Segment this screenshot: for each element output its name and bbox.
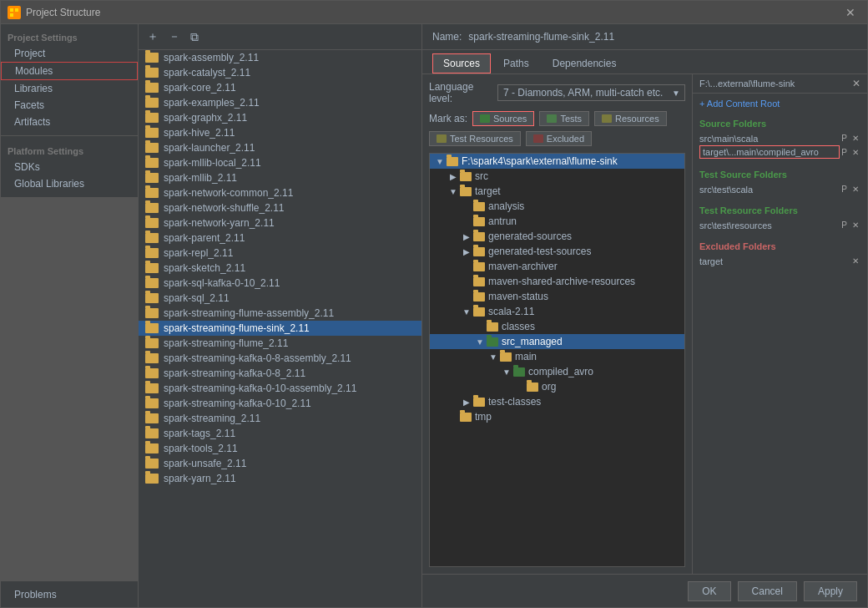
tree-toggle[interactable]: ▼ bbox=[500, 365, 513, 378]
module-item[interactable]: spark-launcher_2.11 bbox=[139, 140, 421, 155]
module-list-scroll[interactable]: spark-assembly_2.11 spark-catalyst_2.11 … bbox=[139, 50, 421, 607]
tree-toggle[interactable]: ▶ bbox=[460, 245, 473, 258]
project-settings-label: Project Settings bbox=[1, 28, 138, 45]
add-module-button[interactable]: ＋ bbox=[144, 28, 162, 46]
module-item[interactable]: spark-graphx_2.11 bbox=[139, 110, 421, 125]
excluded-folder-remove-icon[interactable]: ✕ bbox=[850, 256, 860, 266]
cancel-button[interactable]: Cancel bbox=[738, 581, 797, 601]
sidebar-item-problems[interactable]: Problems bbox=[1, 586, 138, 607]
module-item[interactable]: spark-network-yarn_2.11 bbox=[139, 215, 421, 231]
module-item[interactable]: spark-network-shuffle_2.11 bbox=[139, 200, 421, 215]
tree-item-generated-sources[interactable]: ▶ generated-sources bbox=[430, 229, 684, 244]
tree-item-org[interactable]: org bbox=[430, 379, 684, 394]
module-item[interactable]: spark-parent_2.11 bbox=[139, 231, 421, 246]
module-item[interactable]: spark-sql-kafka-0-10_2.11 bbox=[139, 276, 421, 291]
module-item[interactable]: spark-hive_2.11 bbox=[139, 125, 421, 140]
tree-item-maven-archiver[interactable]: maven-archiver bbox=[430, 259, 684, 274]
source-folder-edit-icon[interactable]: P bbox=[840, 147, 849, 158]
sidebar-item-project[interactable]: Project bbox=[1, 45, 138, 62]
sidebar-item-libraries[interactable]: Libraries bbox=[1, 80, 138, 97]
tab-dependencies[interactable]: Dependencies bbox=[542, 53, 628, 73]
sidebar: Project Settings Project Modules Librari… bbox=[1, 24, 139, 607]
tree-item-tmp[interactable]: tmp bbox=[430, 409, 684, 424]
tree-item-maven-status[interactable]: maven-status bbox=[430, 289, 684, 304]
source-folder-remove-icon[interactable]: ✕ bbox=[850, 147, 860, 158]
tree-toggle[interactable]: ▶ bbox=[460, 230, 473, 243]
module-item[interactable]: spark-streaming-kafka-0-8-assembly_2.11 bbox=[139, 351, 421, 366]
sidebar-item-artifacts[interactable]: Artifacts bbox=[1, 114, 138, 130]
test-resource-folder-edit-icon[interactable]: P bbox=[840, 220, 849, 231]
close-button[interactable]: ✕ bbox=[840, 4, 860, 21]
tree-toggle[interactable]: ▶ bbox=[447, 170, 460, 183]
tree-item-antrun[interactable]: antrun bbox=[430, 214, 684, 229]
mark-as-resources-button[interactable]: Resources bbox=[594, 111, 667, 126]
tree-item-classes[interactable]: classes bbox=[430, 319, 684, 334]
sidebar-item-sdks[interactable]: SDKs bbox=[1, 159, 138, 175]
tree-item-scala[interactable]: ▼ scala-2.11 bbox=[430, 304, 684, 319]
tree-toggle bbox=[460, 215, 473, 228]
language-level-select[interactable]: 7 - Diamonds, ARM, multi-catch etc. bbox=[497, 84, 685, 101]
test-source-folder-remove-icon[interactable]: ✕ bbox=[850, 184, 860, 195]
source-folders-section: Source Folders src\main\scala P ✕ target… bbox=[693, 114, 867, 165]
module-item[interactable]: spark-mllib_2.11 bbox=[139, 170, 421, 185]
source-folder-remove-icon[interactable]: ✕ bbox=[850, 133, 860, 144]
tree-item-generated-test-sources[interactable]: ▶ generated-test-sources bbox=[430, 244, 684, 259]
sidebar-item-facets[interactable]: Facets bbox=[1, 97, 138, 114]
tree-item-analysis[interactable]: analysis bbox=[430, 199, 684, 214]
module-item[interactable]: spark-unsafe_2.11 bbox=[139, 456, 421, 471]
tree-toggle[interactable]: ▼ bbox=[473, 335, 487, 348]
tree-item-maven-shared[interactable]: maven-shared-archive-resources bbox=[430, 274, 684, 289]
module-item[interactable]: spark-repl_2.11 bbox=[139, 246, 421, 261]
mark-as-sources-button[interactable]: Sources bbox=[472, 111, 534, 126]
tree-item-test-classes[interactable]: ▶ test-classes bbox=[430, 394, 684, 409]
sidebar-item-modules[interactable]: Modules bbox=[1, 62, 138, 80]
tree-item-compiled-avro[interactable]: ▼ compiled_avro bbox=[430, 364, 684, 379]
test-resource-folder-remove-icon[interactable]: ✕ bbox=[850, 220, 860, 231]
module-item[interactable]: spark-streaming_2.11 bbox=[139, 411, 421, 426]
module-item[interactable]: spark-streaming-kafka-0-8_2.11 bbox=[139, 366, 421, 381]
tree-toggle[interactable]: ▼ bbox=[433, 155, 447, 168]
tab-sources[interactable]: Sources bbox=[432, 53, 491, 73]
copy-module-button[interactable]: ⧉ bbox=[187, 28, 202, 46]
module-item-selected[interactable]: spark-streaming-flume-sink_2.11 bbox=[139, 321, 421, 336]
module-item[interactable]: spark-sketch_2.11 bbox=[139, 261, 421, 276]
module-item[interactable]: spark-streaming-kafka-0-10-assembly_2.11 bbox=[139, 381, 421, 396]
module-item[interactable]: spark-yarn_2.11 bbox=[139, 471, 421, 486]
module-item[interactable]: spark-core_2.11 bbox=[139, 80, 421, 95]
tree-item-target[interactable]: ▼ target bbox=[430, 184, 684, 199]
add-content-root-link[interactable]: + Add Content Root bbox=[693, 94, 867, 114]
module-item[interactable]: spark-network-common_2.11 bbox=[139, 185, 421, 200]
module-item[interactable]: spark-assembly_2.11 bbox=[139, 50, 421, 65]
tree-item-root[interactable]: ▼ F:\spark4\spark\external\flume-sink bbox=[430, 154, 684, 169]
remove-module-button[interactable]: － bbox=[165, 28, 184, 46]
ok-button[interactable]: OK bbox=[688, 581, 730, 601]
mark-as-tests-button[interactable]: Tests bbox=[539, 111, 589, 126]
module-item[interactable]: spark-streaming-kafka-0-10_2.11 bbox=[139, 396, 421, 411]
sidebar-item-global-libraries[interactable]: Global Libraries bbox=[1, 175, 138, 192]
file-tree[interactable]: ▼ F:\spark4\spark\external\flume-sink ▶ … bbox=[429, 153, 685, 567]
module-item[interactable]: spark-mllib-local_2.11 bbox=[139, 155, 421, 170]
mark-as-excluded-button[interactable]: Excluded bbox=[526, 131, 592, 146]
tree-text: analysis bbox=[488, 200, 524, 212]
module-item[interactable]: spark-examples_2.11 bbox=[139, 95, 421, 110]
tree-toggle[interactable]: ▼ bbox=[487, 350, 500, 363]
source-folder-edit-icon[interactable]: P bbox=[840, 133, 849, 144]
tree-item-src-managed[interactable]: ▼ src_managed bbox=[430, 334, 684, 349]
module-item[interactable]: spark-streaming-flume_2.11 bbox=[139, 336, 421, 351]
apply-button[interactable]: Apply bbox=[804, 581, 857, 601]
tree-item-main[interactable]: ▼ main bbox=[430, 349, 684, 364]
mark-as-test-resources-button[interactable]: Test Resources bbox=[429, 131, 521, 146]
folder-icon bbox=[473, 277, 485, 286]
right-info-close-button[interactable]: ✕ bbox=[852, 78, 860, 89]
tab-paths[interactable]: Paths bbox=[492, 53, 540, 73]
module-item[interactable]: spark-sql_2.11 bbox=[139, 291, 421, 306]
tree-toggle[interactable]: ▼ bbox=[447, 185, 460, 198]
test-source-folder-edit-icon[interactable]: P bbox=[840, 184, 849, 195]
tree-toggle[interactable]: ▶ bbox=[460, 395, 473, 408]
module-item[interactable]: spark-tools_2.11 bbox=[139, 441, 421, 456]
module-item[interactable]: spark-tags_2.11 bbox=[139, 426, 421, 441]
module-item[interactable]: spark-catalyst_2.11 bbox=[139, 65, 421, 80]
tree-item-src[interactable]: ▶ src bbox=[430, 169, 684, 184]
module-item[interactable]: spark-streaming-flume-assembly_2.11 bbox=[139, 306, 421, 321]
tree-toggle[interactable]: ▼ bbox=[460, 305, 473, 318]
